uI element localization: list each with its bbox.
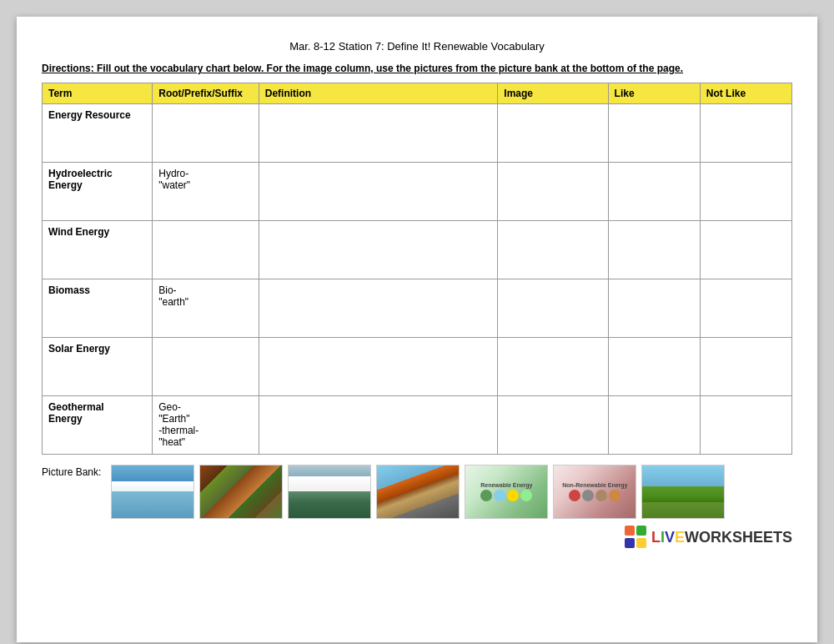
picture-wind — [641, 465, 725, 519]
header-image: Image — [498, 83, 608, 104]
header-definition: Definition — [259, 83, 498, 104]
notlike-hydroelectric[interactable] — [700, 163, 791, 221]
picture-solar — [376, 465, 460, 519]
logo-squares — [625, 526, 648, 549]
notlike-energy-resource[interactable] — [700, 104, 791, 163]
vocabulary-table: Term Root/Prefix/Suffix Definition Image… — [42, 83, 792, 455]
img-geothermal[interactable] — [498, 396, 608, 455]
header-like: Like — [608, 83, 700, 104]
def-wind[interactable] — [259, 221, 498, 279]
like-wind[interactable] — [608, 221, 700, 279]
term-hydroelectric: HydroelectricEnergy — [43, 163, 153, 221]
like-biomass[interactable] — [608, 279, 700, 338]
header-root: Root/Prefix/Suffix — [153, 83, 259, 104]
root-geothermal: Geo-"Earth"-thermal-"heat" — [153, 396, 259, 455]
notlike-wind[interactable] — [700, 221, 791, 279]
page: Mar. 8-12 Station 7: Define It! Renewabl… — [17, 17, 817, 642]
picture-geothermal — [288, 465, 371, 519]
logo-text: LIVEWORKSHEETS — [651, 529, 792, 546]
logo-sq-yellow — [636, 538, 646, 548]
like-solar[interactable] — [608, 338, 700, 396]
picture-bank: Picture Bank: Renewable Energy — [42, 465, 792, 519]
picture-bank-label: Picture Bank: — [42, 465, 101, 478]
logo-sq-green — [636, 526, 646, 536]
term-solar: Solar Energy — [43, 338, 153, 396]
img-hydroelectric[interactable] — [498, 163, 608, 221]
table-row: GeothermalEnergy Geo-"Earth"-thermal-"he… — [43, 396, 792, 455]
logo-area: LIVEWORKSHEETS — [42, 526, 792, 549]
like-geothermal[interactable] — [608, 396, 700, 455]
liveworksheets-logo: LIVEWORKSHEETS — [625, 526, 792, 549]
img-wind[interactable] — [498, 221, 608, 279]
root-solar[interactable] — [153, 338, 259, 396]
root-energy-resource[interactable] — [153, 104, 259, 163]
header-term: Term — [43, 83, 153, 104]
like-hydroelectric[interactable] — [608, 163, 700, 221]
notlike-geothermal[interactable] — [700, 396, 791, 455]
table-row: Solar Energy — [43, 338, 792, 396]
img-energy-resource[interactable] — [498, 104, 608, 163]
def-solar[interactable] — [259, 338, 498, 396]
picture-nonrenewable-chart: Non-Renewable Energy — [553, 465, 636, 519]
header-notlike: Not Like — [700, 83, 791, 104]
picture-renewable-chart: Renewable Energy — [465, 465, 548, 519]
logo-sq-red — [625, 526, 635, 536]
term-energy-resource: Energy Resource — [43, 104, 153, 163]
def-biomass[interactable] — [259, 279, 498, 338]
directions-text: : Fill out the vocabulary chart below. F… — [91, 63, 683, 74]
root-biomass: Bio-"earth" — [153, 279, 259, 338]
root-hydroelectric: Hydro-"water" — [153, 163, 259, 221]
notlike-solar[interactable] — [700, 338, 791, 396]
picture-biomass — [199, 465, 283, 519]
root-wind[interactable] — [153, 221, 259, 279]
def-energy-resource[interactable] — [259, 104, 498, 163]
table-row: Wind Energy — [43, 221, 792, 279]
table-row: HydroelectricEnergy Hydro-"water" — [43, 163, 792, 221]
directions: Directions: Fill out the vocabulary char… — [42, 63, 792, 74]
notlike-biomass[interactable] — [700, 279, 791, 338]
directions-label: Directions — [42, 63, 91, 74]
def-hydroelectric[interactable] — [259, 163, 498, 221]
table-row: Biomass Bio-"earth" — [43, 279, 792, 338]
img-biomass[interactable] — [498, 279, 608, 338]
picture-dam — [111, 465, 194, 519]
like-energy-resource[interactable] — [608, 104, 700, 163]
img-solar[interactable] — [498, 338, 608, 396]
term-geothermal: GeothermalEnergy — [43, 396, 153, 455]
term-wind: Wind Energy — [43, 221, 153, 279]
pictures-container: Renewable Energy Non-Renewable Energy — [111, 465, 725, 519]
logo-sq-blue — [625, 538, 635, 548]
table-row: Energy Resource — [43, 104, 792, 163]
term-biomass: Biomass — [43, 279, 153, 338]
page-title: Mar. 8-12 Station 7: Define It! Renewabl… — [42, 40, 792, 53]
def-geothermal[interactable] — [259, 396, 498, 455]
